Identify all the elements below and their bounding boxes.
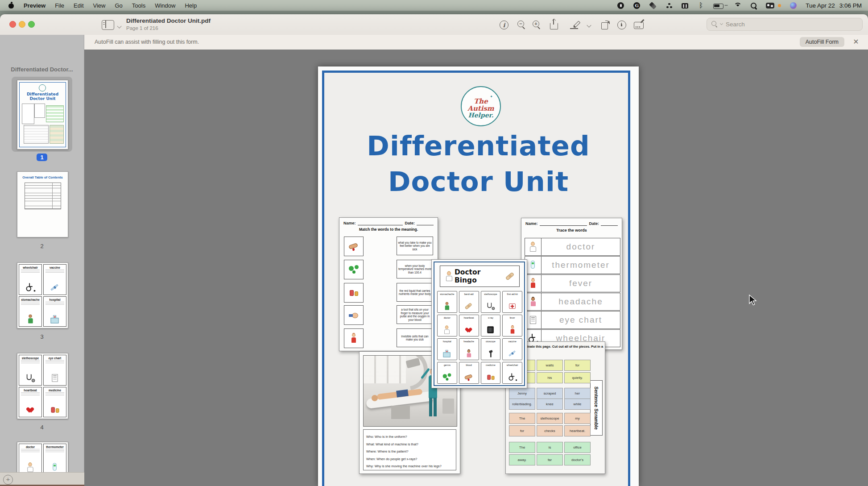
zoom-in-button[interactable]: + bbox=[532, 20, 542, 30]
cover-block bbox=[22, 104, 34, 124]
question: Why: Why is she moving the machine over … bbox=[366, 463, 453, 470]
screen-record-icon[interactable] bbox=[617, 2, 624, 9]
menu-item-preview[interactable]: Preview bbox=[24, 2, 45, 9]
fever-icon bbox=[508, 325, 517, 334]
band-aid-icon bbox=[505, 271, 516, 282]
bingo-title: Doctor Bingo bbox=[455, 268, 505, 284]
page-number-3: 3 bbox=[0, 333, 84, 340]
sidebar-toggle-chevron-icon[interactable] bbox=[117, 24, 121, 28]
medicine-icon bbox=[50, 405, 60, 415]
autofill-close-icon[interactable]: ✕ bbox=[852, 38, 860, 46]
stomachache-icon bbox=[25, 314, 36, 324]
word-card: her bbox=[564, 388, 591, 399]
cover-block bbox=[24, 125, 49, 144]
toc-title: Overall Table of Contents bbox=[17, 175, 68, 179]
thumbnail-sidebar[interactable]: Differentiated Doctor... Differentiated … bbox=[0, 35, 84, 486]
add-button[interactable]: + bbox=[3, 475, 13, 485]
rotate-button[interactable] bbox=[600, 20, 611, 30]
page-thumbnail-1[interactable]: Differentiated Doctor Unit bbox=[17, 80, 68, 150]
menu-item-go[interactable]: Go bbox=[115, 2, 122, 9]
search-field[interactable] bbox=[707, 18, 863, 31]
menu-item-tools[interactable]: Tools bbox=[132, 2, 145, 9]
word-card: away. bbox=[509, 454, 535, 465]
vocab-card: doctor bbox=[19, 444, 42, 475]
cover-block bbox=[50, 125, 64, 144]
grammarly-icon[interactable] bbox=[633, 2, 641, 9]
question: Where: Where is the patient? bbox=[366, 448, 453, 456]
control-center-icon[interactable] bbox=[766, 2, 775, 9]
bingo-cell: hospital bbox=[437, 338, 457, 360]
markup-toolbar-button[interactable] bbox=[616, 20, 627, 30]
autofill-form-button[interactable]: AutoFill Form bbox=[800, 37, 844, 47]
close-window-button[interactable] bbox=[9, 21, 16, 28]
question: Who: Who is in the uniform? bbox=[366, 433, 453, 441]
trace-word: thermometer bbox=[541, 260, 620, 270]
shortcuts-icon[interactable] bbox=[649, 2, 657, 9]
menu-item-file[interactable]: File bbox=[55, 2, 64, 9]
page-thumbnail-3[interactable]: wheelchair vaccine stomachache hospital bbox=[17, 262, 68, 328]
cover-block bbox=[46, 105, 64, 122]
window-title: Differentiated Doctor Unit.pdf bbox=[126, 17, 211, 24]
spotlight-icon[interactable] bbox=[750, 2, 757, 9]
arm-with-blood-icon bbox=[348, 241, 359, 252]
sidebar-toggle-icon[interactable] bbox=[102, 20, 114, 30]
input-menu-icon[interactable] bbox=[681, 2, 689, 9]
pdf-page: ✦ The Autism Helper. Differentiated Doct… bbox=[318, 66, 639, 486]
word-card: Jenny bbox=[509, 388, 535, 399]
zoom-out-button[interactable]: − bbox=[517, 20, 527, 30]
picture-box bbox=[344, 283, 364, 303]
eye-chart-icon bbox=[528, 315, 538, 325]
wifi-icon[interactable] bbox=[733, 2, 741, 9]
highlight-dropdown-chevron[interactable] bbox=[583, 20, 594, 30]
bingo-cell: otoscope bbox=[481, 338, 501, 360]
heartbeat-icon bbox=[25, 405, 36, 415]
highlight-button[interactable] bbox=[569, 20, 580, 30]
word-card: doctor's bbox=[564, 454, 591, 465]
minimize-window-button[interactable] bbox=[19, 21, 25, 28]
page-indicator: Page 1 of 216 bbox=[126, 25, 158, 31]
menu-item-view[interactable]: View bbox=[93, 2, 106, 9]
document-title-line1: Differentiated bbox=[318, 130, 639, 162]
color-dots-icon[interactable] bbox=[665, 2, 673, 9]
headache-icon bbox=[464, 349, 473, 358]
trace-worksheet: Name: Date: Trace the words doctor therm… bbox=[521, 218, 622, 350]
first-aid-kit-icon bbox=[508, 302, 517, 311]
document-viewer[interactable]: ✦ The Autism Helper. Differentiated Doct… bbox=[84, 50, 868, 486]
bingo-cell: blood bbox=[459, 362, 479, 384]
otoscope-icon bbox=[486, 349, 495, 358]
wheelchair-icon bbox=[25, 282, 36, 292]
share-button[interactable] bbox=[549, 20, 559, 30]
battery-icon[interactable] bbox=[713, 2, 725, 9]
word-card: heartbeat. bbox=[564, 425, 591, 436]
menu-item-edit[interactable]: Edit bbox=[74, 2, 83, 9]
logo-text-line1: The Autism bbox=[462, 98, 500, 112]
siri-icon[interactable] bbox=[789, 2, 797, 9]
word-card: checks bbox=[537, 425, 563, 436]
autofill-message: AutoFill can assist with filling out thi… bbox=[95, 39, 199, 45]
page-thumbnail-2[interactable]: Overall Table of Contents bbox=[17, 171, 68, 237]
bluetooth-icon[interactable]: ᛒ bbox=[697, 2, 705, 9]
word-card: stethoscope bbox=[537, 413, 563, 424]
menu-bar-clock[interactable]: Tue Apr 223:06 PM bbox=[806, 2, 862, 9]
screen: Preview File Edit View Go Tools Window H… bbox=[0, 0, 868, 486]
search-input[interactable] bbox=[725, 21, 858, 28]
logo-text-line2: Helper. bbox=[462, 112, 500, 119]
thermometer-icon bbox=[50, 462, 60, 472]
picture-box bbox=[344, 260, 364, 279]
cover-title-line2: Doctor Unit bbox=[17, 96, 68, 101]
pulse-oximeter-icon bbox=[348, 310, 359, 320]
apple-menu-icon[interactable] bbox=[8, 2, 14, 8]
trace-word: headache bbox=[541, 297, 620, 307]
bingo-cell: first aid kit bbox=[502, 291, 522, 313]
stethoscope-icon bbox=[25, 373, 36, 383]
menu-item-window[interactable]: Window bbox=[155, 2, 175, 9]
name-date-row: Name: Date: bbox=[521, 218, 622, 226]
page-thumbnail-4[interactable]: stethoscope eye chart heartbeat medicine bbox=[17, 353, 68, 419]
info-button[interactable]: i bbox=[499, 20, 509, 30]
form-fill-button[interactable] bbox=[633, 20, 644, 30]
search-scope-chevron-icon[interactable] bbox=[720, 22, 723, 25]
zoom-window-button[interactable] bbox=[28, 21, 35, 28]
vocab-card: stomachache bbox=[19, 296, 42, 327]
wh-questions-box: Who: Who is in the uniform? What: What k… bbox=[363, 429, 456, 470]
menu-item-help[interactable]: Help bbox=[185, 2, 197, 9]
